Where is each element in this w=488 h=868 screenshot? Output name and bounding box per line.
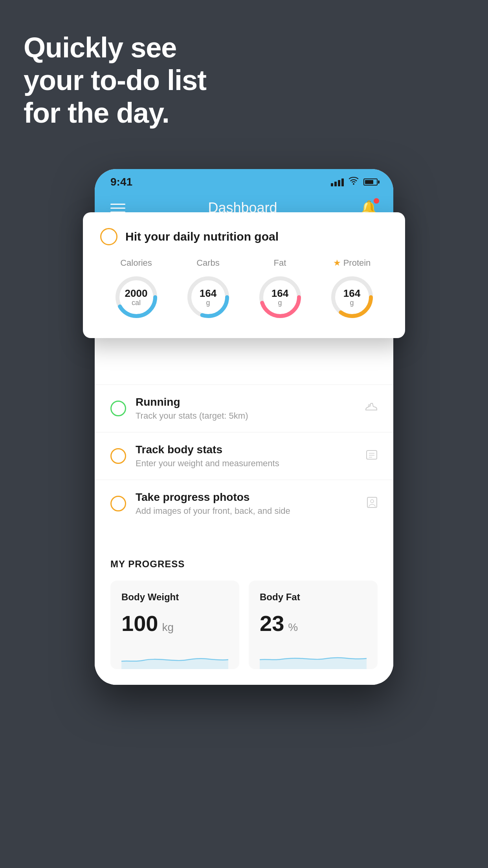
status-time: 9:41 (110, 176, 132, 188)
todo-checkbox-progress-photos[interactable] (110, 496, 126, 511)
body-weight-value-row: 100 kg (121, 611, 228, 636)
shoe-icon (365, 402, 378, 416)
body-weight-unit: kg (162, 621, 174, 634)
bottom-spacer (95, 669, 393, 685)
todo-text-body-stats: Track body stats Enter your weight and m… (136, 443, 356, 469)
carbs-donut: 164 g (185, 274, 232, 321)
spacer2 (95, 527, 393, 543)
body-weight-card[interactable]: Body Weight 100 kg (110, 581, 239, 669)
hamburger-menu[interactable] (110, 204, 125, 213)
todo-text-running: Running Track your stats (target: 5km) (136, 396, 356, 421)
nutrition-card: Hit your daily nutrition goal Calories 2… (83, 212, 405, 338)
nutrition-item-fat: Fat 164 g (257, 258, 304, 321)
star-icon: ★ (333, 258, 341, 268)
todo-subtitle-body-stats: Enter your weight and measurements (136, 458, 356, 469)
todo-title-running: Running (136, 396, 356, 408)
calories-donut: 2000 cal (113, 274, 160, 321)
todo-item-body-stats[interactable]: Track body stats Enter your weight and m… (95, 432, 393, 480)
person-icon (367, 497, 378, 511)
todo-subtitle-running: Track your stats (target: 5km) (136, 411, 356, 421)
protein-donut: 164 g (328, 274, 376, 321)
todo-checkbox-body-stats[interactable] (110, 448, 126, 464)
battery-icon (363, 178, 378, 186)
nutrition-checkbox[interactable] (100, 228, 117, 245)
nutrition-card-title: Hit your daily nutrition goal (125, 230, 279, 243)
calories-label: Calories (120, 258, 152, 268)
body-weight-value: 100 (121, 611, 158, 636)
status-icons (331, 177, 378, 187)
signal-icon (331, 178, 344, 186)
todo-title-body-stats: Track body stats (136, 443, 356, 456)
nutrition-item-calories: Calories 2000 cal (113, 258, 160, 321)
notification-dot (374, 198, 379, 204)
body-weight-chart (121, 645, 228, 669)
status-bar: 9:41 (95, 169, 393, 192)
calories-value: 2000 cal (125, 288, 148, 307)
progress-section-title: MY PROGRESS (110, 559, 378, 570)
body-fat-title: Body Fat (260, 592, 367, 603)
body-fat-unit: % (288, 621, 298, 634)
svg-point-5 (371, 500, 374, 503)
hero-text: Quickly see your to-do list for the day. (24, 31, 206, 129)
carbs-label: Carbs (196, 258, 220, 268)
nutrition-circles: Calories 2000 cal Carbs (100, 258, 388, 321)
wifi-icon (349, 177, 359, 187)
carbs-value: 164 g (200, 288, 216, 307)
protein-label: ★ Protein (333, 258, 371, 268)
protein-value: 164 g (343, 288, 360, 307)
body-fat-card[interactable]: Body Fat 23 % (249, 581, 378, 669)
svg-rect-0 (367, 451, 377, 459)
body-fat-value-row: 23 % (260, 611, 367, 636)
fat-label: Fat (274, 258, 286, 268)
nutrition-item-carbs: Carbs 164 g (185, 258, 232, 321)
todo-item-progress-photos[interactable]: Take progress photos Add images of your … (95, 480, 393, 527)
body-weight-title: Body Weight (121, 592, 228, 603)
nutrition-card-header: Hit your daily nutrition goal (100, 228, 388, 245)
todo-subtitle-progress-photos: Add images of your front, back, and side (136, 506, 357, 516)
progress-section: MY PROGRESS Body Weight 100 kg (95, 543, 393, 669)
todo-text-progress-photos: Take progress photos Add images of your … (136, 491, 357, 516)
scale-icon (366, 449, 378, 463)
todo-title-progress-photos: Take progress photos (136, 491, 357, 504)
progress-cards: Body Weight 100 kg (110, 581, 378, 669)
todo-list: Running Track your stats (target: 5km) (95, 384, 393, 527)
todo-checkbox-running[interactable] (110, 401, 126, 416)
fat-value: 164 g (272, 288, 288, 307)
nutrition-item-protein: ★ Protein 164 g (328, 258, 376, 321)
fat-donut: 164 g (257, 274, 304, 321)
body-fat-value: 23 (260, 611, 284, 636)
todo-item-running[interactable]: Running Track your stats (target: 5km) (95, 384, 393, 432)
body-fat-chart (260, 645, 367, 669)
